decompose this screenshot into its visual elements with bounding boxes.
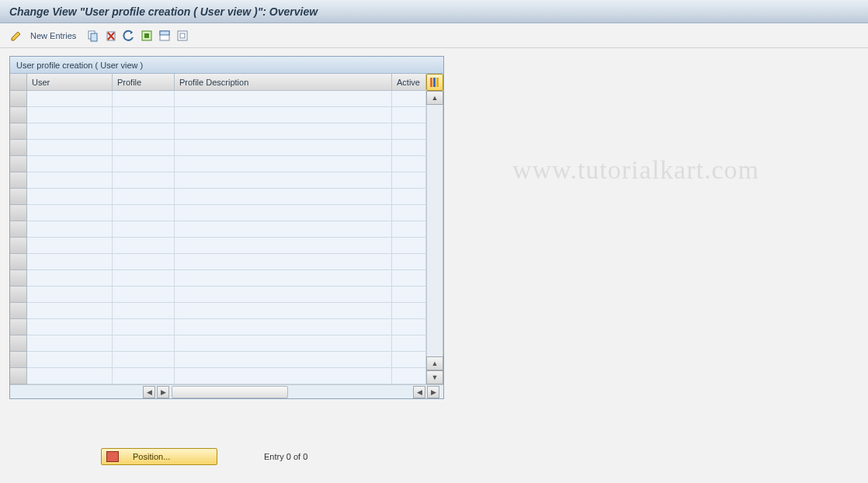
cell-profile[interactable] [113,238,175,254]
row-selector[interactable] [10,238,27,254]
cell-active[interactable] [392,254,426,270]
column-header-user[interactable]: User [27,74,113,91]
cell-user[interactable] [27,270,113,287]
row-selector[interactable] [10,368,27,384]
cell-profile[interactable] [113,254,175,270]
cell-active[interactable] [392,172,426,189]
cell-profile[interactable] [113,140,175,156]
position-button[interactable]: Position... [101,448,217,465]
cell-profile[interactable] [113,123,175,140]
cell-desc[interactable] [175,319,392,335]
row-selector[interactable] [10,303,27,319]
cell-desc[interactable] [175,221,392,238]
new-entries-button[interactable]: New Entries [30,31,76,40]
cell-active[interactable] [392,140,426,156]
cell-desc[interactable] [175,352,392,368]
cell-user[interactable] [27,221,113,238]
cell-user[interactable] [27,368,113,384]
cell-active[interactable] [392,238,426,254]
edit-pencil-icon[interactable] [9,29,23,43]
cell-desc[interactable] [175,270,392,287]
cell-active[interactable] [392,335,426,352]
column-header-profile[interactable]: Profile [113,74,175,91]
cell-active[interactable] [392,107,426,123]
cell-desc[interactable] [175,140,392,156]
cell-active[interactable] [392,205,426,221]
scroll-left-end-button[interactable]: ◀ [413,386,425,398]
cell-active[interactable] [392,303,426,319]
cell-profile[interactable] [113,221,175,238]
cell-user[interactable] [27,140,113,156]
cell-active[interactable] [392,287,426,303]
cell-desc[interactable] [175,303,392,319]
undo-icon[interactable] [122,29,136,43]
cell-desc[interactable] [175,335,392,352]
copy-icon[interactable] [86,29,100,43]
cell-profile[interactable] [113,352,175,368]
cell-desc[interactable] [175,254,392,270]
row-selector[interactable] [10,189,27,205]
cell-user[interactable] [27,123,113,140]
cell-desc[interactable] [175,123,392,140]
horizontal-scroll-track[interactable] [172,386,288,398]
table-settings-button[interactable] [426,74,443,91]
row-selector[interactable] [10,254,27,270]
vertical-scroll-track[interactable] [426,105,443,356]
cell-active[interactable] [392,156,426,172]
cell-user[interactable] [27,352,113,368]
cell-profile[interactable] [113,335,175,352]
cell-active[interactable] [392,91,426,107]
delete-icon[interactable] [104,29,118,43]
deselect-all-icon[interactable] [175,29,189,43]
row-selector[interactable] [10,352,27,368]
cell-user[interactable] [27,287,113,303]
cell-user[interactable] [27,335,113,352]
cell-user[interactable] [27,254,113,270]
cell-active[interactable] [392,368,426,384]
cell-user[interactable] [27,107,113,123]
cell-user[interactable] [27,205,113,221]
row-selector[interactable] [10,107,27,123]
scroll-up-page-button[interactable]: ▲ [426,356,443,370]
scroll-up-button[interactable]: ▲ [426,91,443,105]
cell-active[interactable] [392,352,426,368]
cell-profile[interactable] [113,270,175,287]
select-block-icon[interactable] [158,29,172,43]
cell-desc[interactable] [175,238,392,254]
row-selector[interactable] [10,221,27,238]
cell-profile[interactable] [113,107,175,123]
row-selector[interactable] [10,319,27,335]
cell-profile[interactable] [113,368,175,384]
cell-desc[interactable] [175,91,392,107]
cell-desc[interactable] [175,156,392,172]
column-header-description[interactable]: Profile Description [175,74,392,91]
scroll-right-end-button[interactable]: ▶ [427,386,439,398]
cell-profile[interactable] [113,303,175,319]
cell-user[interactable] [27,238,113,254]
cell-user[interactable] [27,91,113,107]
cell-desc[interactable] [175,368,392,384]
cell-active[interactable] [392,319,426,335]
cell-desc[interactable] [175,189,392,205]
cell-profile[interactable] [113,287,175,303]
column-header-active[interactable]: Active [392,74,426,91]
cell-profile[interactable] [113,205,175,221]
select-all-icon[interactable] [140,29,154,43]
cell-profile[interactable] [113,156,175,172]
row-selector-header[interactable] [10,74,27,91]
row-selector[interactable] [10,172,27,189]
cell-profile[interactable] [113,319,175,335]
cell-desc[interactable] [175,205,392,221]
cell-desc[interactable] [175,287,392,303]
cell-active[interactable] [392,123,426,140]
row-selector[interactable] [10,335,27,352]
row-selector[interactable] [10,205,27,221]
row-selector[interactable] [10,287,27,303]
row-selector[interactable] [10,270,27,287]
cell-user[interactable] [27,189,113,205]
cell-desc[interactable] [175,172,392,189]
row-selector[interactable] [10,156,27,172]
cell-active[interactable] [392,221,426,238]
cell-user[interactable] [27,303,113,319]
row-selector[interactable] [10,140,27,156]
